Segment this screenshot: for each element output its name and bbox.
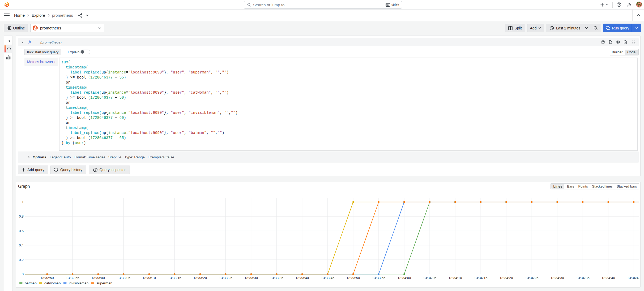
svg-text:13:34:15: 13:34:15 [474,276,488,280]
svg-text:13:33:55: 13:33:55 [372,276,386,280]
svg-text:13:34:00: 13:34:00 [398,276,411,280]
svg-text:13:34:45: 13:34:45 [627,276,639,280]
svg-text:13:33:30: 13:33:30 [244,276,258,280]
svg-text:13:34:20: 13:34:20 [500,276,513,280]
svg-text:1: 1 [22,200,24,204]
svg-text:invisibleman: invisibleman [69,281,88,285]
svg-text:13:33:25: 13:33:25 [219,276,232,280]
svg-text:13:33:45: 13:33:45 [321,276,335,280]
svg-text:catwoman: catwoman [44,281,61,285]
svg-text:13:33:05: 13:33:05 [117,276,130,280]
svg-text:0.4: 0.4 [19,243,24,247]
svg-text:13:34:05: 13:34:05 [423,276,437,280]
svg-text:13:33:20: 13:33:20 [193,276,207,280]
svg-text:13:33:15: 13:33:15 [168,276,181,280]
svg-text:13:32:50: 13:32:50 [40,276,54,280]
svg-text:0: 0 [22,272,24,276]
svg-text:0.6: 0.6 [19,229,24,233]
svg-text:13:32:55: 13:32:55 [66,276,79,280]
svg-text:0.2: 0.2 [19,258,24,262]
svg-text:13:34:10: 13:34:10 [449,276,462,280]
svg-text:13:34:25: 13:34:25 [525,276,539,280]
svg-text:13:33:50: 13:33:50 [347,276,360,280]
svg-text:13:34:40: 13:34:40 [602,276,615,280]
svg-text:13:34:35: 13:34:35 [576,276,590,280]
svg-text:13:33:10: 13:33:10 [142,276,156,280]
svg-text:superman: superman [96,281,112,285]
svg-text:13:33:40: 13:33:40 [295,276,309,280]
svg-text:13:34:30: 13:34:30 [551,276,564,280]
svg-text:13:33:35: 13:33:35 [270,276,283,280]
svg-text:batman: batman [25,281,37,285]
svg-text:13:33:00: 13:33:00 [91,276,105,280]
svg-text:0.8: 0.8 [19,214,24,218]
